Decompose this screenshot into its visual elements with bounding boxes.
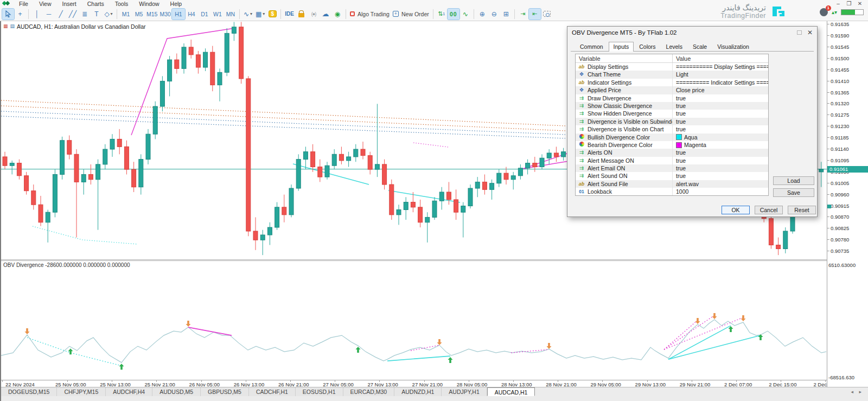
setting-value-cell[interactable]: Light [672, 71, 768, 78]
reset-button[interactable]: Reset [788, 206, 816, 214]
setting-value-cell[interactable]: true [672, 149, 768, 156]
timeframe-h1[interactable]: H1 [172, 9, 185, 20]
setting-value-cell[interactable]: true [672, 102, 768, 110]
zoom-out-button[interactable]: ⊖ [488, 9, 500, 20]
timeframe-mn[interactable]: MN [224, 9, 237, 20]
settings-row[interactable]: 01Lookback1000 [576, 188, 768, 195]
symbol-tab-dogeusd[interactable]: DOGEUSD,M15 [1, 387, 57, 396]
horizontal-line-tool-button[interactable]: ─ [43, 9, 55, 20]
settings-row[interactable]: ⇉Draw Divergencetrue [576, 94, 768, 102]
settings-row[interactable]: ⇉Alerts ONtrue [576, 149, 768, 156]
dialog-restore-button[interactable] [797, 30, 802, 35]
menu-file[interactable]: File [14, 1, 34, 7]
setting-value-cell[interactable]: true [672, 118, 768, 125]
crosshair-tool-button[interactable]: + [14, 9, 26, 20]
dialog-tab-levels[interactable]: Levels [661, 42, 687, 52]
setting-value-cell[interactable]: =========== Display Settings ======... [672, 63, 768, 71]
settings-row[interactable]: abDisplay Settings=========== Display Se… [576, 63, 768, 71]
setting-value-cell[interactable]: true [672, 157, 768, 164]
dialog-tab-scale[interactable]: Scale [688, 42, 712, 52]
fibonacci-tool-button[interactable]: ≣ [79, 9, 91, 20]
price-scale[interactable]: 0.91061 6510.63000 -68516.630 0.916350.9… [827, 21, 868, 387]
settings-row[interactable]: ⇉Alert Message ONtrue [576, 157, 768, 164]
time-axis[interactable]: 22 Nov 202425 Nov 05:0025 Nov 13:0025 No… [1, 380, 827, 387]
trendline-tool-button[interactable]: ╱ [55, 9, 67, 20]
zoom-in-button[interactable]: ⊕ [476, 9, 488, 20]
auto-scroll-button[interactable]: ⇥ [517, 9, 529, 20]
chart-shift-button[interactable]: ⇤ [529, 9, 541, 20]
symbol-tab-audusd[interactable]: AUDUSD,M5 [152, 387, 201, 396]
settings-row[interactable]: ⇉Show Hidden Divergencetrue [576, 110, 768, 117]
symbol-tab-audjpy[interactable]: AUDJPY,H1 [442, 387, 487, 396]
channel-tool-button[interactable]: ╱╱ [67, 9, 79, 20]
settings-row[interactable]: ❖Applied PriceClose price [576, 86, 768, 94]
new-order-button[interactable]: +New Order [391, 9, 431, 20]
restore-button[interactable]: ❐ [844, 1, 854, 7]
settings-row[interactable]: Bearish Divergence ColorMagenta [576, 141, 768, 149]
symbol-tab-gbpusd[interactable]: GBPUSD,M5 [201, 387, 249, 396]
menu-help[interactable]: Help [165, 1, 188, 7]
shapes-tool-button[interactable]: ◇▾ [103, 9, 114, 20]
settings-row[interactable]: ⇉Alert Sound ONtrue [576, 172, 768, 180]
dialog-tab-inputs[interactable]: Inputs [609, 42, 634, 52]
lock-button[interactable] [296, 9, 308, 20]
setting-value-cell[interactable]: Magenta [672, 141, 768, 149]
menu-insert[interactable]: Insert [57, 1, 82, 7]
text-tool-button[interactable]: T [91, 9, 103, 20]
menu-window[interactable]: Window [133, 1, 164, 7]
menu-charts[interactable]: Charts [82, 1, 110, 7]
timeframe-m15[interactable]: M15 [145, 9, 158, 20]
notification-icon[interactable]: 1 [820, 8, 828, 16]
chart-type-button[interactable]: ∿▾ [242, 9, 254, 20]
algo-trading-button[interactable]: Algo Trading [348, 9, 391, 20]
deposit-button[interactable]: $ [266, 9, 278, 20]
dialog-tab-common[interactable]: Common [575, 42, 608, 52]
setting-value-cell[interactable]: true [672, 172, 768, 180]
depth-of-market-button[interactable]: ⇅1 [436, 9, 448, 20]
timeframe-m30[interactable]: M30 [158, 9, 171, 20]
dialog-title-bar[interactable]: OBV Divergence MT5 - By TFlab 1.02 ✕ [567, 27, 817, 38]
vertical-line-tool-button[interactable]: │ [31, 9, 43, 20]
settings-row[interactable]: ⇉Alert Email ONtrue [576, 164, 768, 172]
symbol-tab-eosusd[interactable]: EOSUSD,H1 [296, 387, 343, 396]
setting-value-cell[interactable]: Aqua [672, 133, 768, 141]
setting-value-cell[interactable]: true [672, 94, 768, 102]
symbol-tab-chfjpy[interactable]: CHFJPY,M15 [57, 387, 106, 396]
close-button[interactable]: ✕ [855, 1, 865, 7]
settings-row[interactable]: Bullish Divergence ColorAqua [576, 133, 768, 141]
bars-mode-button[interactable]: 00 [448, 9, 459, 20]
symbol-tab-cadchf[interactable]: CADCHF,H1 [249, 387, 296, 396]
metaeditor-button[interactable]: IDE [283, 9, 296, 20]
setting-value-cell[interactable]: 1000 [672, 188, 768, 195]
setting-value-cell[interactable]: Close price [672, 86, 768, 94]
settings-row[interactable]: ❖Chart ThemeLight [576, 71, 768, 78]
settings-row[interactable]: ⇉Show Classic Divergencetrue [576, 102, 768, 110]
minimize-button[interactable]: – [833, 1, 843, 7]
setting-value-cell[interactable]: true [672, 110, 768, 117]
dialog-tab-colors[interactable]: Colors [634, 42, 660, 52]
cursor-tool-button[interactable] [2, 9, 14, 20]
web-terminal-button[interactable]: ◉ [331, 9, 343, 20]
broadcast-button[interactable]: (●) [308, 9, 320, 20]
dialog-tab-visualization[interactable]: Visualization [712, 42, 754, 52]
timeframe-w1[interactable]: W1 [211, 9, 224, 20]
chart-mode-button[interactable]: ▦▾ [254, 9, 266, 20]
settings-row[interactable]: ⇉Divergence is Visible on Charttrue [576, 125, 768, 133]
menu-view[interactable]: View [34, 1, 57, 7]
timeframe-m5[interactable]: M5 [132, 9, 145, 20]
setting-value-cell[interactable]: alert.wav [672, 180, 768, 188]
timeframe-m1[interactable]: M1 [119, 9, 132, 20]
cloud-button[interactable]: ☁ [320, 9, 331, 20]
setting-value-cell[interactable]: true [672, 164, 768, 172]
cancel-button[interactable]: Cancel [755, 206, 783, 214]
ok-button[interactable]: OK [722, 206, 750, 214]
symbol-tab-audchf[interactable]: AUDCHF,H4 [106, 387, 152, 396]
setting-value-cell[interactable]: ========== Indicator Settings ======... [672, 79, 768, 86]
line-mode-button[interactable]: ∿ [459, 9, 471, 20]
dialog-close-icon[interactable]: ✕ [807, 29, 813, 36]
symbol-tab-audnzd[interactable]: AUDNZD,H1 [394, 387, 442, 396]
symbol-tab-eurcad[interactable]: EURCAD,M30 [343, 387, 395, 396]
tile-windows-button[interactable]: ⊞ [500, 9, 512, 20]
symbol-tab-audcad[interactable]: AUDCAD,H1 [487, 387, 535, 396]
settings-row[interactable]: ⇉Divergence is Visible on Subwindowtrue [576, 118, 768, 125]
